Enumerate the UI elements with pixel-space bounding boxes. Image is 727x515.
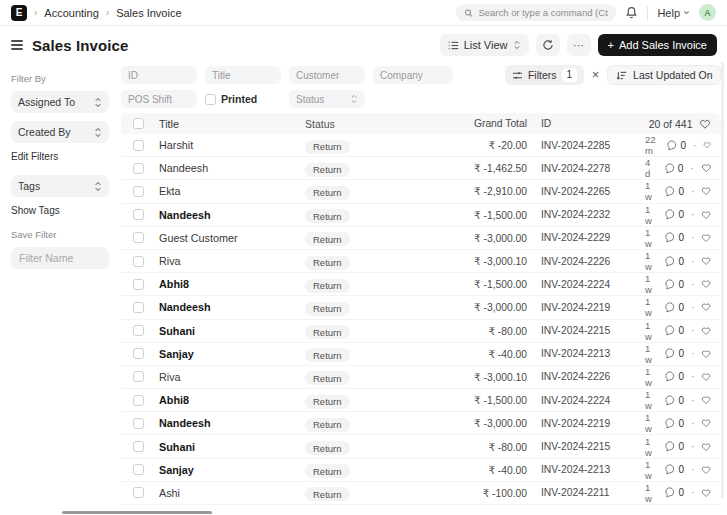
row-title[interactable]: Suhani bbox=[159, 441, 305, 453]
row-title[interactable]: Nandeesh bbox=[159, 417, 305, 429]
filters-button[interactable]: Filters 1 bbox=[505, 65, 584, 85]
row-title[interactable]: Ekta bbox=[159, 185, 305, 197]
table-row[interactable]: Abhi8 Return ₹ -1,500.00 INV-2024-2224 1… bbox=[121, 273, 721, 296]
like-heart-icon[interactable] bbox=[701, 278, 711, 290]
breadcrumb-sales-invoice[interactable]: Sales Invoice bbox=[116, 7, 181, 19]
row-id[interactable]: INV-2024-2215 bbox=[527, 325, 645, 336]
row-checkbox[interactable] bbox=[133, 325, 144, 336]
row-id[interactable]: INV-2024-2213 bbox=[527, 464, 645, 475]
like-heart-icon[interactable] bbox=[701, 209, 711, 221]
like-heart-icon[interactable] bbox=[701, 464, 711, 476]
select-all-checkbox[interactable] bbox=[133, 118, 144, 129]
row-id[interactable]: INV-2024-2278 bbox=[527, 163, 645, 174]
notification-bell-icon[interactable] bbox=[625, 6, 638, 19]
row-checkbox[interactable] bbox=[133, 371, 144, 382]
row-title[interactable]: Nandeesh bbox=[159, 209, 305, 221]
row-id[interactable]: INV-2024-2213 bbox=[527, 348, 645, 359]
like-heart-icon[interactable] bbox=[701, 417, 711, 429]
help-menu[interactable]: Help bbox=[657, 7, 690, 19]
like-heart-icon[interactable] bbox=[701, 371, 711, 383]
table-row[interactable]: Abhi8 Return ₹ -1,500.00 INV-2024-2224 1… bbox=[121, 389, 721, 412]
printed-filter[interactable]: Printed bbox=[205, 93, 281, 105]
row-checkbox[interactable] bbox=[133, 487, 144, 498]
column-status[interactable]: Status bbox=[305, 118, 441, 130]
row-checkbox[interactable] bbox=[133, 348, 144, 359]
row-id[interactable]: INV-2024-2224 bbox=[527, 279, 645, 290]
row-checkbox[interactable] bbox=[133, 302, 144, 313]
like-heart-icon[interactable] bbox=[701, 394, 711, 406]
edit-filters-link[interactable]: Edit Filters bbox=[11, 151, 109, 162]
refresh-button[interactable] bbox=[536, 34, 560, 56]
table-row[interactable]: Sanjay Return ₹ -40.00 INV-2024-2213 1 w… bbox=[121, 459, 721, 482]
app-logo[interactable]: E bbox=[11, 5, 27, 21]
sort-button[interactable]: Last Updated On bbox=[607, 65, 721, 85]
pos-shift-filter-input[interactable] bbox=[121, 90, 197, 108]
row-id[interactable]: INV-2024-2226 bbox=[527, 256, 645, 267]
more-menu-button[interactable]: ··· bbox=[567, 34, 591, 56]
row-title[interactable]: Riva bbox=[159, 255, 305, 267]
row-id[interactable]: INV-2024-2219 bbox=[527, 302, 645, 313]
created-by-select[interactable]: Created By bbox=[11, 121, 109, 143]
customer-filter-input[interactable] bbox=[289, 66, 365, 84]
tags-select[interactable]: Tags bbox=[11, 175, 109, 197]
row-id[interactable]: INV-2024-2285 bbox=[527, 140, 645, 151]
row-title[interactable]: Riva bbox=[159, 371, 305, 383]
table-row[interactable]: Suhani Return ₹ -80.00 INV-2024-2215 1 w… bbox=[121, 435, 721, 458]
row-checkbox[interactable] bbox=[133, 279, 144, 290]
like-heart-icon[interactable] bbox=[701, 301, 711, 313]
like-heart-icon[interactable] bbox=[701, 255, 711, 267]
sidebar-toggle-icon[interactable] bbox=[11, 40, 23, 50]
row-title[interactable]: Sanjay bbox=[159, 348, 305, 360]
table-row[interactable]: Nandeesh Return ₹ -3,000.00 INV-2024-221… bbox=[121, 296, 721, 319]
table-row[interactable]: Guest Customer Return ₹ -3,000.00 INV-20… bbox=[121, 227, 721, 250]
row-checkbox[interactable] bbox=[133, 209, 144, 220]
table-row[interactable]: Sanjay Return ₹ -40.00 INV-2024-2213 1 w… bbox=[121, 343, 721, 366]
row-checkbox[interactable] bbox=[133, 395, 144, 406]
table-row[interactable]: Ashi Return ₹ -100.00 INV-2024-2211 1 w … bbox=[121, 482, 721, 505]
table-row[interactable]: Harshit Return ₹ -20.00 INV-2024-2285 22… bbox=[121, 134, 721, 157]
search-input[interactable] bbox=[478, 7, 608, 18]
assigned-to-select[interactable]: Assigned To bbox=[11, 91, 109, 113]
like-heart-icon[interactable] bbox=[701, 162, 712, 174]
row-checkbox[interactable] bbox=[133, 256, 144, 267]
table-row[interactable]: Suhani Return ₹ -80.00 INV-2024-2215 1 w… bbox=[121, 320, 721, 343]
status-filter-select[interactable]: Status bbox=[289, 90, 365, 108]
row-title[interactable]: Nandeesh bbox=[159, 162, 305, 174]
like-heart-icon[interactable] bbox=[701, 348, 711, 360]
row-id[interactable]: INV-2024-2226 bbox=[527, 371, 645, 382]
breadcrumb-accounting[interactable]: Accounting bbox=[44, 7, 98, 19]
global-search[interactable] bbox=[456, 4, 616, 21]
like-heart-icon[interactable] bbox=[701, 185, 711, 197]
horizontal-scrollbar[interactable] bbox=[62, 511, 212, 514]
row-title[interactable]: Harshit bbox=[159, 139, 305, 151]
id-filter-input[interactable] bbox=[121, 66, 197, 84]
vertical-scrollbar[interactable] bbox=[721, 62, 724, 498]
row-id[interactable]: INV-2024-2219 bbox=[527, 418, 645, 429]
like-heart-icon[interactable] bbox=[703, 139, 711, 151]
table-row[interactable]: Nandeesh Return ₹ -3,000.00 INV-2024-221… bbox=[121, 412, 721, 435]
row-id[interactable]: INV-2024-2224 bbox=[527, 395, 645, 406]
table-row[interactable]: Riva Return ₹ -3,000.10 INV-2024-2226 1 … bbox=[121, 366, 721, 389]
user-avatar[interactable]: A bbox=[699, 4, 716, 21]
row-title[interactable]: Guest Customer bbox=[159, 232, 305, 244]
like-heart-icon[interactable] bbox=[701, 487, 711, 499]
table-row[interactable]: Ekta Return ₹ -2,910.00 INV-2024-2265 1 … bbox=[121, 180, 721, 203]
printed-checkbox[interactable] bbox=[205, 94, 216, 105]
like-heart-icon[interactable] bbox=[701, 232, 711, 244]
row-checkbox[interactable] bbox=[133, 140, 144, 151]
row-checkbox[interactable] bbox=[133, 163, 144, 174]
column-title[interactable]: Title bbox=[159, 118, 305, 130]
like-heart-icon[interactable] bbox=[699, 118, 711, 130]
table-row[interactable]: Nandeesh Return ₹ -1,500.00 INV-2024-223… bbox=[121, 204, 721, 227]
row-id[interactable]: INV-2024-2229 bbox=[527, 232, 645, 243]
table-row[interactable]: Riva Return ₹ -3,000.10 INV-2024-2226 1 … bbox=[121, 250, 721, 273]
row-checkbox[interactable] bbox=[133, 232, 144, 243]
table-row[interactable]: Nandeesh Return ₹ -1,462.50 INV-2024-227… bbox=[121, 157, 721, 180]
row-id[interactable]: INV-2024-2215 bbox=[527, 441, 645, 452]
row-id[interactable]: INV-2024-2232 bbox=[527, 209, 645, 220]
title-filter-input[interactable] bbox=[205, 66, 281, 84]
add-sales-invoice-button[interactable]: + Add Sales Invoice bbox=[598, 34, 718, 56]
row-title[interactable]: Abhi8 bbox=[159, 278, 305, 290]
row-id[interactable]: INV-2024-2265 bbox=[527, 186, 645, 197]
row-title[interactable]: Nandeesh bbox=[159, 301, 305, 313]
